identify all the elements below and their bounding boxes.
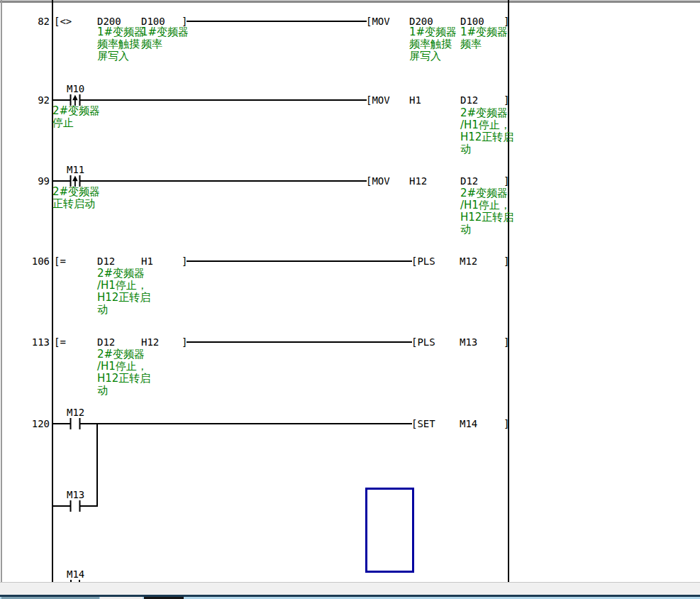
device-comment: 2#变频器 /H1停止， H12正转启 动 (460, 107, 513, 155)
device-comment: 1#变频器 频率 (141, 26, 189, 50)
compare-instruction[interactable]: [<> (54, 16, 72, 27)
device-comment: 2#变频器 /H1停止， H12正转启 动 (97, 348, 150, 397)
bracket-close: ] (182, 255, 187, 267)
step-number: 120 (14, 418, 50, 429)
contact-m11-rising-edge[interactable] (70, 175, 81, 187)
device-comment: 2#变频器 /H1停止， H12正转启 动 (97, 268, 150, 316)
wire (53, 180, 70, 182)
power-rail-right (508, 0, 509, 582)
step-number: 106 (14, 255, 50, 267)
power-rail-left (52, 0, 53, 582)
contact-label: M12 (67, 407, 84, 418)
operand[interactable]: M14 (460, 418, 477, 429)
edit-cursor[interactable] (365, 488, 414, 573)
operand[interactable]: D12 (460, 175, 478, 187)
operand[interactable]: D12 (97, 336, 115, 348)
device-comment: 2#变频器 停止 (52, 105, 100, 129)
ladder-canvas[interactable]: 82[<>D200D100][MOVD200D100]1#变频器 频率触摸 屏写… (0, 0, 700, 582)
contact-m13[interactable] (70, 500, 81, 512)
compare-instruction[interactable]: [= (54, 336, 66, 348)
device-comment: 2#变频器 /H1停止， H12正转启 动 (460, 187, 513, 236)
wire (187, 21, 367, 22)
step-number: 92 (14, 94, 50, 106)
operand[interactable]: M12 (460, 255, 477, 267)
compare-instruction[interactable]: [= (54, 255, 66, 267)
wire (53, 505, 70, 507)
device-comment: 1#变频器 频率触摸 屏写入 (97, 26, 145, 62)
contact-label: M11 (67, 164, 84, 175)
instruction-set[interactable]: [SET (411, 418, 435, 429)
operand[interactable]: H12 (409, 175, 427, 187)
bracket-close: ] (504, 336, 509, 348)
step-number: 99 (14, 175, 50, 187)
bracket-close: ] (504, 94, 509, 106)
wire (80, 423, 412, 424)
wire (53, 423, 70, 424)
contact-label: M10 (67, 83, 84, 94)
wire (187, 341, 412, 343)
bracket-close: ] (504, 418, 509, 429)
device-comment: 2#变频器 正转启动 (52, 186, 100, 210)
status-bar (0, 582, 700, 595)
wire-branch (96, 424, 98, 507)
ladder-editor-window: 82[<>D200D100][MOVD200D100]1#变频器 频率触摸 屏写… (0, 0, 700, 599)
bracket-close: ] (504, 255, 509, 267)
instruction-pls[interactable]: [PLS (411, 336, 435, 348)
device-comment: 1#变频器 频率 (460, 26, 508, 50)
instruction-mov[interactable]: [MOV (366, 94, 390, 106)
bracket-close: ] (504, 175, 509, 187)
contact-m10-rising-edge[interactable] (70, 94, 81, 106)
operand[interactable]: M13 (460, 336, 477, 348)
wire (80, 99, 367, 101)
contact-m12[interactable] (70, 417, 81, 430)
wire (80, 505, 98, 507)
operand[interactable]: H1 (141, 255, 153, 267)
instruction-mov[interactable]: [MOV (366, 16, 390, 27)
operand[interactable]: D12 (460, 94, 478, 106)
wire (53, 99, 70, 101)
wire (187, 260, 412, 262)
contact-label: M13 (67, 489, 84, 500)
contact-label: M14 (67, 568, 84, 580)
step-number: 113 (14, 336, 50, 348)
instruction-pls[interactable]: [PLS (411, 255, 435, 267)
operand[interactable]: H1 (409, 94, 421, 106)
bracket-close: ] (182, 336, 187, 348)
device-comment: 1#变频器 频率触摸 屏写入 (409, 26, 457, 62)
step-number: 82 (14, 16, 50, 27)
operand[interactable]: H12 (141, 336, 159, 348)
wire (80, 180, 367, 182)
instruction-mov[interactable]: [MOV (366, 175, 390, 187)
operand[interactable]: D12 (97, 255, 115, 267)
